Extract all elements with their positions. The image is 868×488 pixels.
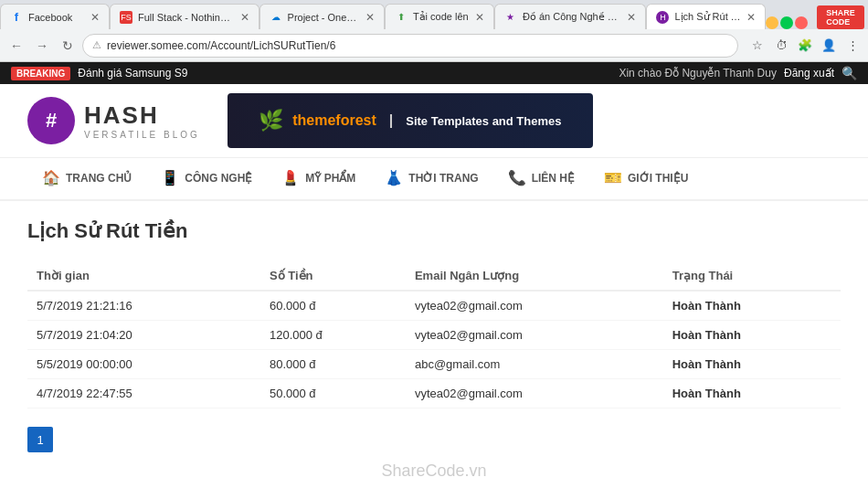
- tab-lichsu[interactable]: H Lịch Sử Rút Tiền ✕: [646, 4, 766, 29]
- tab-facebook[interactable]: f Facebook ✕: [0, 4, 110, 29]
- star-button[interactable]: ☆: [747, 36, 767, 56]
- menu-button[interactable]: ⋮: [842, 36, 863, 56]
- tab-project-close[interactable]: ✕: [627, 11, 636, 24]
- nav-technology[interactable]: 📱 CÔNG NGHỆ: [146, 158, 267, 199]
- tab-lichsu-close[interactable]: ✕: [746, 11, 756, 24]
- tab-project-label: Đồ án Công Nghề Phầ...: [523, 11, 622, 23]
- logo-name: HASH: [84, 101, 200, 130]
- fullstack-favicon: FS: [120, 11, 132, 24]
- search-icon[interactable]: 🔍: [842, 66, 857, 80]
- about-icon: 🎫: [604, 169, 622, 186]
- nav-about[interactable]: 🎫 GIỚI THIỆU: [589, 158, 703, 199]
- breaking-right: Xin chào Đỗ Nguyễn Thanh Duy Đăng xuất 🔍: [619, 66, 857, 80]
- lichsu-favicon: H: [656, 11, 669, 24]
- nav-fashion[interactable]: 👗 THỜI TRANG: [370, 158, 492, 199]
- nav-bar: 🏠 TRANG CHỦ 📱 CÔNG NGHỆ 💄 MỸ PHẨM 👗 THỜI…: [0, 158, 868, 201]
- tab-upload-close[interactable]: ✕: [475, 11, 484, 24]
- nav-home[interactable]: 🏠 TRANG CHỦ: [27, 158, 146, 199]
- tab-onedrive-close[interactable]: ✕: [365, 11, 375, 24]
- nav-fashion-label: THỜI TRANG: [408, 172, 478, 185]
- back-button[interactable]: ←: [5, 35, 27, 57]
- tab-onedrive-label: Project - OneDrive: [288, 12, 360, 23]
- pagination: 1: [27, 427, 841, 452]
- banner-subtext: Site Templates and Themes: [406, 114, 561, 128]
- table-row: 5/7/2019 21:21:16 60.000 đ vytea02@gmail…: [27, 291, 841, 321]
- address-text: reviewer.somee.com/Account/LichSURutTien…: [107, 39, 728, 52]
- greeting-text: Xin chào Đỗ Nguyễn Thanh Duy: [619, 67, 777, 80]
- withdrawal-table: Thời gian Số Tiền Email Ngân Lượng Trạng…: [27, 261, 841, 408]
- nav-technology-label: CÔNG NGHỆ: [185, 172, 252, 185]
- facebook-favicon: f: [10, 11, 23, 24]
- tab-facebook-label: Facebook: [28, 12, 85, 23]
- cell-status-1: Hoàn Thành: [663, 321, 841, 350]
- table-row: 4/7/2019 22:47:55 50.000 đ vytea02@gmail…: [27, 379, 841, 408]
- upload-favicon: ⬆: [395, 11, 408, 24]
- close-button[interactable]: [795, 16, 808, 29]
- logo-symbol: #: [46, 109, 57, 133]
- logo-text-area: HASH VERSATILE BLOG: [84, 101, 200, 140]
- extensions-button[interactable]: 🧩: [795, 36, 815, 56]
- browser-actions: ☆ ⏱ 🧩 👤 ⋮: [747, 36, 863, 56]
- tab-fullstack[interactable]: FS Full Stack - Nothing is ... ✕: [110, 4, 259, 29]
- col-amount: Số Tiền: [260, 261, 406, 291]
- breaking-text: Đánh giá Samsung S9: [78, 67, 187, 80]
- col-email: Email Ngân Lượng: [406, 261, 663, 291]
- forward-button[interactable]: →: [31, 35, 53, 57]
- browser-toolbar: ← → ↻ ⚠ reviewer.somee.com/Account/LichS…: [0, 29, 868, 62]
- cell-status-3: Hoàn Thành: [663, 379, 841, 408]
- tab-onedrive[interactable]: ☁ Project - OneDrive ✕: [259, 4, 385, 29]
- fashion-icon: 👗: [385, 169, 403, 186]
- breaking-bar: BREAKING Đánh giá Samsung S9 Xin chào Đỗ…: [0, 62, 868, 84]
- cell-time-1: 5/7/2019 21:04:20: [27, 321, 260, 350]
- tab-fullstack-close[interactable]: ✕: [240, 11, 249, 24]
- browser-chrome: f Facebook ✕ FS Full Stack - Nothing is …: [0, 0, 868, 62]
- breaking-label: BREAKING: [11, 67, 70, 80]
- nav-beauty[interactable]: 💄 MỸ PHẨM: [267, 158, 370, 199]
- cell-amount-1: 120.000 đ: [260, 321, 406, 350]
- beauty-icon: 💄: [281, 169, 300, 186]
- page-1-button[interactable]: 1: [27, 427, 53, 452]
- maximize-button[interactable]: [780, 16, 793, 29]
- cell-amount-0: 60.000 đ: [260, 291, 406, 321]
- col-time: Thời gian: [27, 261, 260, 291]
- cell-time-2: 5/5/2019 00:00:00: [27, 350, 260, 379]
- minimize-button[interactable]: [766, 16, 778, 29]
- nav-about-label: GIỚI THIỆU: [628, 172, 688, 185]
- logo-area: # HASH VERSATILE BLOG: [27, 97, 200, 144]
- tab-lichsu-label: Lịch Sử Rút Tiền: [674, 11, 741, 23]
- contact-icon: 📞: [508, 169, 526, 186]
- logo-icon: #: [27, 97, 75, 144]
- cell-email-1: vytea02@gmail.com: [406, 321, 663, 350]
- banner-area: 🌿 themeforest | Site Templates and Theme…: [228, 93, 841, 148]
- onedrive-favicon: ☁: [270, 11, 282, 24]
- account-button[interactable]: 👤: [819, 36, 839, 56]
- table-row: 5/7/2019 21:04:20 120.000 đ vytea02@gmai…: [27, 321, 841, 350]
- nav-contact[interactable]: 📞 LIÊN HỆ: [493, 158, 589, 199]
- history-button[interactable]: ⏱: [771, 36, 791, 56]
- cell-email-2: abc@gmail.com: [406, 350, 663, 379]
- nav-contact-label: LIÊN HỆ: [532, 172, 575, 185]
- cell-email-0: vytea02@gmail.com: [406, 291, 663, 321]
- main-content: Lịch Sử Rút Tiền Thời gian Số Tiền Email…: [0, 201, 868, 488]
- watermark-text: ShareCode.vn: [381, 461, 486, 480]
- address-bar[interactable]: ⚠ reviewer.somee.com/Account/LichSURutTi…: [82, 34, 738, 58]
- cell-status-2: Hoàn Thành: [663, 350, 841, 379]
- tab-upload-label: Tải code lên: [413, 11, 470, 23]
- logout-link[interactable]: Đăng xuất: [784, 67, 834, 80]
- project-favicon: ★: [504, 11, 517, 24]
- cell-status-0: Hoàn Thành: [663, 291, 841, 321]
- col-status: Trạng Thái: [663, 261, 841, 291]
- tab-upload[interactable]: ⬆ Tải code lên ✕: [385, 4, 494, 29]
- tab-project[interactable]: ★ Đồ án Công Nghề Phầ... ✕: [494, 4, 647, 29]
- page-title: Lịch Sử Rút Tiền: [27, 219, 841, 243]
- sharecode-logo: SHARECODE: [817, 5, 864, 29]
- cell-amount-3: 50.000 đ: [260, 379, 406, 408]
- insecure-icon: ⚠: [92, 39, 101, 51]
- tab-facebook-close[interactable]: ✕: [90, 11, 100, 24]
- refresh-button[interactable]: ↻: [57, 35, 79, 57]
- banner-ad[interactable]: 🌿 themeforest | Site Templates and Theme…: [228, 93, 593, 148]
- nav-beauty-label: MỸ PHẨM: [305, 172, 355, 185]
- site-header: # HASH VERSATILE BLOG 🌿 themeforest | Si…: [0, 84, 868, 158]
- table-row: 5/5/2019 00:00:00 80.000 đ abc@gmail.com…: [27, 350, 841, 379]
- logo-tagline: VERSATILE BLOG: [84, 130, 200, 140]
